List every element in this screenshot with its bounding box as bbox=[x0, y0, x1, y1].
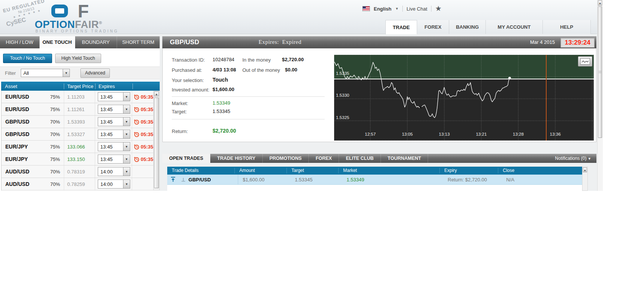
clock-countdown-icon bbox=[134, 144, 139, 150]
expiry-select[interactable]: 13:45 ▼ bbox=[98, 92, 130, 101]
chevron-down-icon[interactable]: ▼ bbox=[123, 180, 130, 188]
tab-trade-history[interactable]: TRADE HISTORY bbox=[210, 154, 262, 163]
tab-short-term[interactable]: SHORT TERM bbox=[117, 36, 160, 48]
column-header-expiry[interactable]: Expiry bbox=[440, 168, 498, 173]
asset-cell: AUD/USD 70% bbox=[2, 178, 64, 190]
expiry-select[interactable]: 13:45 ▼ bbox=[98, 117, 130, 126]
chart-type-button[interactable] bbox=[578, 56, 592, 67]
column-header-target[interactable]: Target bbox=[287, 168, 339, 173]
svg-text:13:13: 13:13 bbox=[439, 132, 450, 136]
svg-text:13:05: 13:05 bbox=[402, 132, 413, 136]
tab-open-trades[interactable]: OPEN TRADES bbox=[162, 154, 210, 163]
nav-tab-help[interactable]: HELP bbox=[542, 20, 591, 34]
notifications-toggle[interactable]: Notifications (0) ▼ bbox=[555, 154, 591, 163]
logo-f-letter: F bbox=[78, 2, 89, 20]
expiry-value: 13:45 bbox=[98, 144, 123, 150]
high-yield-touch-button[interactable]: High Yield Touch bbox=[55, 54, 101, 63]
scroll-up-icon[interactable]: ▲ bbox=[598, 0, 602, 6]
expiry-select[interactable]: 13:45 ▼ bbox=[98, 105, 130, 114]
instrument-title: GBP/USD bbox=[170, 39, 199, 46]
chevron-down-icon[interactable]: ▼ bbox=[123, 142, 130, 151]
asset-row[interactable]: EUR/JPY 75% 133.066 13:45 ▼ 05:35 bbox=[2, 141, 153, 153]
tab-tournament[interactable]: TOURNAMENT bbox=[381, 154, 428, 163]
tab-boundary[interactable]: BOUNDARY bbox=[75, 36, 117, 48]
divider bbox=[172, 119, 325, 119]
open-trades-header: Trade Details Amount Target Market Expir… bbox=[167, 167, 588, 175]
asset-row[interactable]: GBP/USD 70% 1.53393 13:45 ▼ 05:35 bbox=[2, 116, 153, 128]
asset-row[interactable]: EUR/USD 75% 1.11261 13:45 ▼ 05:35 bbox=[2, 103, 153, 116]
live-chat-link[interactable]: Live Chat bbox=[407, 6, 427, 12]
column-header-target-price[interactable]: Target Price bbox=[64, 84, 96, 89]
scroll-up-icon[interactable]: ▲ bbox=[154, 91, 159, 96]
asset-pair: EUR/USD bbox=[5, 106, 29, 112]
asset-row[interactable]: GBP/USD 70% 1.53327 13:45 ▼ 05:35 bbox=[2, 128, 153, 141]
filter-select[interactable]: All ▼ bbox=[21, 69, 70, 77]
expiry-select[interactable]: 13:45 ▼ bbox=[98, 130, 130, 139]
expiry-select[interactable]: 13:45 ▼ bbox=[98, 142, 130, 151]
tab-high-low[interactable]: HIGH / LOW bbox=[0, 36, 40, 48]
selection-label: Your selection: bbox=[172, 77, 204, 83]
asset-row[interactable]: AUD/USD 70% 0.78319 14:00 ▼ bbox=[2, 166, 153, 178]
tab-elite-club[interactable]: ELITE CLUB bbox=[339, 154, 381, 163]
expiry-select[interactable]: 13:45 ▼ bbox=[98, 155, 130, 164]
tab-forex[interactable]: FOREX bbox=[309, 154, 339, 163]
column-header-amount[interactable]: Amount bbox=[235, 168, 287, 173]
nav-tab-banking[interactable]: BANKING bbox=[449, 20, 485, 34]
in-money-label: In the money bbox=[242, 57, 271, 63]
column-header-close[interactable]: Close bbox=[498, 168, 582, 173]
nav-tab-my-account[interactable]: MY ACCOUNT bbox=[485, 20, 542, 34]
touch-no-touch-button[interactable]: Touch / No Touch bbox=[3, 54, 52, 63]
advanced-button[interactable]: Advanced bbox=[80, 68, 110, 78]
expiry-cell: 14:00 ▼ bbox=[95, 178, 132, 190]
us-flag-icon bbox=[362, 6, 370, 11]
tab-one-touch[interactable]: ONE TOUCH bbox=[40, 36, 75, 48]
tab-promotions[interactable]: PROMOTIONS bbox=[263, 154, 309, 163]
chevron-down-icon[interactable]: ▼ bbox=[123, 167, 130, 176]
expiry-cell: 13:45 ▼ bbox=[95, 91, 132, 103]
scrollbar-thumb[interactable] bbox=[154, 97, 159, 188]
chevron-down-icon[interactable]: ▼ bbox=[123, 105, 130, 113]
countdown: 05:35 bbox=[132, 144, 153, 150]
nav-tab-trade[interactable]: TRADE bbox=[385, 20, 417, 34]
expiry-value: 13:45 bbox=[98, 156, 123, 162]
chevron-down-icon[interactable]: ▼ bbox=[123, 155, 130, 163]
invested-value: $1,600.00 bbox=[213, 87, 234, 92]
expiry-select[interactable]: 14:00 ▼ bbox=[98, 167, 130, 176]
target-value: 1.53345 bbox=[213, 108, 230, 114]
selection-type-icon: ⊥ bbox=[181, 177, 185, 183]
chevron-down-icon[interactable]: ▼ bbox=[123, 93, 130, 101]
filter-bar: Filter All ▼ Advanced bbox=[0, 67, 160, 79]
clock-countdown-icon bbox=[134, 94, 139, 100]
divider bbox=[402, 6, 403, 12]
column-header-trade-details[interactable]: Trade Details bbox=[167, 168, 235, 173]
asset-payout: 70% bbox=[50, 169, 60, 175]
chevron-down-icon[interactable]: ▼ bbox=[63, 69, 69, 77]
asset-pair: GBP/USD bbox=[5, 119, 29, 125]
asset-row[interactable]: EUR/USD 75% 1.11203 13:45 ▼ 05:35 bbox=[2, 91, 153, 103]
chevron-down-icon[interactable]: ▼ bbox=[123, 130, 130, 138]
countdown: 05:35 bbox=[132, 132, 153, 137]
favorite-star-icon[interactable]: ★ bbox=[435, 5, 442, 12]
expiry-cell: 13:45 ▼ bbox=[95, 153, 132, 165]
column-header-expires[interactable]: Expires bbox=[96, 84, 133, 89]
chevron-down-icon[interactable]: ▼ bbox=[123, 118, 130, 126]
open-trades-scrollbar[interactable]: ▲ bbox=[582, 167, 588, 191]
nav-tab-forex[interactable]: FOREX bbox=[417, 20, 449, 34]
pin-trade-icon[interactable] bbox=[170, 176, 176, 183]
language-selector[interactable]: English bbox=[374, 6, 391, 12]
page-scrollbar[interactable]: ▲ bbox=[597, 0, 603, 191]
scrollbar-thumb[interactable] bbox=[598, 6, 602, 138]
open-trade-row[interactable]: ⊥ GBP/USD $1,600.00 1.53345 1.53349 Retu… bbox=[167, 175, 582, 185]
expiry-value: 13:45 bbox=[98, 119, 123, 125]
expiry-select[interactable]: 14:00 ▼ bbox=[98, 179, 130, 189]
clock-countdown-icon bbox=[134, 156, 139, 162]
column-header-market[interactable]: Market bbox=[339, 168, 440, 173]
asset-row[interactable]: AUD/USD 70% 0.78259 14:00 ▼ bbox=[2, 178, 153, 190]
chevron-down-icon[interactable]: ▼ bbox=[395, 7, 399, 11]
scroll-up-icon[interactable]: ▲ bbox=[583, 167, 587, 172]
column-header-asset[interactable]: Asset bbox=[1, 84, 64, 89]
asset-target-price: 0.78259 bbox=[64, 178, 95, 190]
asset-table-scrollbar[interactable]: ▲ bbox=[153, 91, 160, 190]
chevron-down-icon: ▼ bbox=[588, 157, 591, 161]
asset-row[interactable]: EUR/JPY 75% 133.150 13:45 ▼ 05:35 bbox=[2, 153, 153, 166]
